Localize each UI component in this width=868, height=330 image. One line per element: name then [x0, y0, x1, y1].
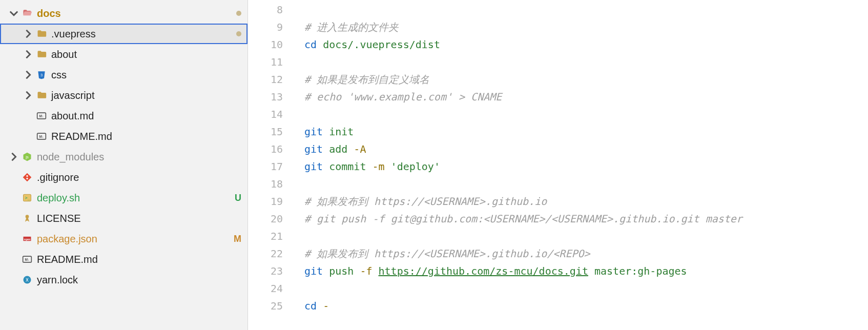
tree-item-label: node_modules: [37, 151, 241, 163]
tree-item-label: .gitignore: [37, 172, 241, 183]
chevron-right-icon[interactable]: [24, 29, 33, 39]
token-comment: # git push -f git@github.com:<USERNAME>/…: [304, 213, 742, 225]
line-number: 24: [248, 280, 283, 297]
code-line[interactable]: # git push -f git@github.com:<USERNAME>/…: [304, 210, 868, 228]
code-line[interactable]: # 如果发布到 https://<USERNAME>.github.io: [304, 193, 868, 210]
tree-item-label: LICENSE: [37, 213, 241, 224]
line-number: 11: [248, 53, 283, 71]
token-comment: # 如果发布到 https://<USERNAME>.github.io/<RE…: [304, 248, 590, 260]
code-content[interactable]: # 进入生成的文件夹cd docs/.vuepress/dist # 如果是发布…: [294, 1, 868, 330]
line-number: 25: [248, 297, 283, 315]
svg-text:M↓: M↓: [25, 258, 30, 261]
tree-item-label: deploy.sh: [37, 192, 231, 204]
token-cmd: git: [304, 160, 323, 173]
line-number: 16: [248, 140, 283, 158]
code-line[interactable]: git add -A: [304, 140, 868, 158]
line-number: 17: [248, 158, 283, 175]
tree-item-readme-md[interactable]: M↓README.md: [0, 126, 247, 147]
token-comment: # echo 'www.example.com' > CNAME: [304, 91, 502, 103]
token-plain: [323, 265, 329, 277]
code-line[interactable]: git push -f https://github.com/zs-mcu/do…: [304, 262, 868, 280]
tree-item-label: .vuepress: [51, 28, 236, 40]
token-flag: -f: [360, 265, 372, 277]
tree-item-readme-md[interactable]: M↓README.md: [0, 249, 247, 270]
svg-text:>_: >_: [25, 195, 31, 200]
code-line[interactable]: # 如果发布到 https://<USERNAME>.github.io/<RE…: [304, 245, 868, 262]
tree-item-about-md[interactable]: M↓about.md: [0, 106, 247, 126]
token-cmd: cd: [304, 38, 317, 51]
line-number: 10: [248, 36, 283, 53]
file-tree-sidebar[interactable]: docs.vuepressabout3cssjavascriptM↓about.…: [0, 0, 248, 330]
token-plain: [323, 126, 329, 138]
svg-point-7: [26, 175, 28, 177]
git-icon: [22, 172, 33, 183]
code-line[interactable]: git commit -m 'deploy': [304, 158, 868, 175]
token-plain: [317, 300, 323, 312]
token-plain: [354, 265, 360, 277]
tree-item-license[interactable]: LICENSE: [0, 208, 247, 229]
node-icon: js: [22, 151, 33, 162]
md-icon: M↓: [36, 110, 47, 121]
svg-point-8: [26, 178, 28, 179]
tree-item-deploy-sh[interactable]: >_deploy.shU: [0, 188, 247, 208]
line-number: 14: [248, 106, 283, 123]
css-folder-icon: 3: [36, 69, 47, 80]
code-line[interactable]: cd -: [304, 297, 868, 315]
token-str: 'deploy': [391, 160, 440, 173]
chevron-right-icon[interactable]: [24, 49, 33, 59]
tree-item-package-json[interactable]: npmpackage.jsonM: [0, 229, 247, 249]
line-number: 8: [248, 1, 283, 18]
token-flag: -: [323, 300, 329, 312]
tree-item--gitignore[interactable]: .gitignore: [0, 167, 247, 188]
token-builtin: init: [329, 126, 354, 138]
token-plain: [588, 265, 594, 277]
svg-point-11: [26, 215, 29, 218]
code-line[interactable]: # 进入生成的文件夹: [304, 18, 868, 36]
code-line[interactable]: # 如果是发布到自定义域名: [304, 71, 868, 88]
code-line[interactable]: git init: [304, 123, 868, 140]
line-number: 15: [248, 123, 283, 140]
code-line[interactable]: [304, 106, 868, 123]
line-number: 13: [248, 88, 283, 106]
tree-item-label: css: [51, 69, 241, 81]
tree-item-label: docs: [37, 8, 236, 19]
chevron-right-icon[interactable]: [9, 152, 18, 162]
code-line[interactable]: [304, 280, 868, 297]
code-line[interactable]: [304, 1, 868, 18]
sh-icon: >_: [22, 192, 33, 203]
code-line[interactable]: [304, 53, 868, 71]
md-icon: M↓: [22, 254, 33, 265]
code-line[interactable]: [304, 175, 868, 193]
folder-icon: [36, 49, 47, 60]
code-line[interactable]: # echo 'www.example.com' > CNAME: [304, 88, 868, 106]
code-line[interactable]: [304, 228, 868, 245]
tree-item-label: javascript: [51, 90, 241, 101]
chevron-right-icon[interactable]: [24, 70, 33, 80]
tree-item-about[interactable]: about: [0, 44, 247, 65]
svg-text:js: js: [25, 155, 29, 159]
tree-item-yarn-lock[interactable]: yarn.lock: [0, 270, 247, 290]
token-cmd: git: [304, 126, 323, 138]
tree-item-javascript[interactable]: javascript: [0, 85, 247, 106]
tree-item-css[interactable]: 3css: [0, 65, 247, 85]
token-plain: [385, 160, 391, 173]
chevron-right-icon[interactable]: [24, 90, 33, 100]
code-editor[interactable]: 8910111213141516171819202122232425 # 进入生…: [248, 0, 868, 330]
yarn-icon: [22, 274, 33, 285]
tree-item-docs[interactable]: docs: [0, 3, 247, 24]
token-url: https://github.com/zs-mcu/docs.git: [379, 265, 588, 277]
chevron-down-icon[interactable]: [9, 8, 18, 18]
tree-item--vuepress[interactable]: .vuepress: [0, 24, 247, 44]
line-gutter: 8910111213141516171819202122232425: [248, 1, 294, 330]
token-flag: -m: [372, 160, 384, 173]
token-builtin: add: [329, 143, 347, 155]
folder-icon: [36, 90, 47, 101]
tree-item-label: README.md: [51, 131, 241, 142]
tree-item-node-modules[interactable]: jsnode_modules: [0, 147, 247, 167]
vcs-status-badge: M: [234, 234, 241, 244]
token-plain: [323, 160, 329, 173]
token-plain: [317, 38, 323, 51]
code-line[interactable]: cd docs/.vuepress/dist: [304, 36, 868, 53]
token-comment: # 如果发布到 https://<USERNAME>.github.io: [304, 195, 547, 208]
tree-item-label: about: [51, 49, 241, 60]
